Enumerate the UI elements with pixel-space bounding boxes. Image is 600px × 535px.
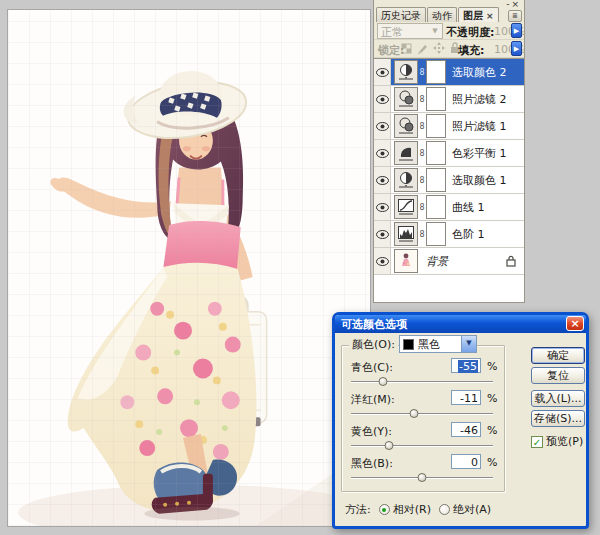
color-balance-icon[interactable] (394, 141, 418, 165)
lock-transparency-icon[interactable] (401, 42, 413, 54)
layer-row-color-balance-1[interactable]: 8 色彩平衡 1 (374, 140, 524, 167)
black-label: 黑色(B): (351, 456, 411, 471)
selective-color-icon[interactable] (394, 168, 418, 192)
layer-name[interactable]: 照片滤镜 1 (452, 119, 507, 134)
magenta-unit: % (487, 392, 497, 405)
checkbox-checked-icon[interactable]: ✓ (531, 436, 543, 448)
method-absolute-radio[interactable]: 绝对(A) (439, 502, 491, 517)
layer-mask-thumbnail[interactable] (426, 87, 446, 111)
visibility-toggle[interactable] (374, 59, 391, 85)
visibility-toggle[interactable] (374, 194, 391, 220)
reset-button[interactable]: 复位 (531, 367, 585, 384)
layer-row-photo-filter-1[interactable]: 8 照片滤镜 1 (374, 113, 524, 140)
layer-list: 8 选取颜色 2 8 照片滤镜 2 (374, 58, 524, 302)
photoshop-workspace: -× 历史记录 动作 图层× ≣ 正常 ▼ 不透明度: 100% ▶ 锁定: (0, 0, 600, 535)
mask-link-icon[interactable]: 8 (418, 95, 426, 104)
save-button[interactable]: 存储(S)... (531, 410, 585, 427)
tab-actions[interactable]: 动作 (427, 7, 457, 22)
magenta-input[interactable]: -11 (451, 390, 481, 405)
selective-color-icon[interactable] (394, 60, 418, 84)
layer-row-curves-1[interactable]: 8 曲线 1 (374, 194, 524, 221)
eye-icon (376, 149, 389, 158)
yellow-input[interactable]: -46 (451, 422, 481, 437)
tab-close-icon[interactable]: × (486, 11, 494, 21)
mask-link-icon[interactable]: 8 (418, 122, 426, 131)
magenta-slider-thumb[interactable] (410, 409, 419, 418)
tab-history[interactable]: 历史记录 (376, 7, 426, 22)
photo-filter-icon[interactable] (394, 87, 418, 111)
layer-name[interactable]: 色阶 1 (452, 227, 485, 242)
color-value: 黑色 (418, 337, 440, 352)
panel-window-buttons: -× (506, 0, 521, 8)
close-icon[interactable]: × (566, 316, 584, 331)
photo-illustration (8, 10, 370, 526)
photo-filter-icon[interactable] (394, 114, 418, 138)
cyan-slider[interactable] (351, 377, 493, 386)
layer-row-selective-color-2[interactable]: 8 选取颜色 2 (374, 59, 524, 86)
yellow-slider[interactable] (351, 441, 493, 450)
eye-icon (376, 203, 389, 212)
tab-layers[interactable]: 图层× (458, 7, 499, 22)
lock-icon (506, 255, 516, 267)
levels-icon[interactable] (394, 222, 418, 246)
load-button[interactable]: 载入(L)... (531, 390, 585, 407)
layer-row-levels-1[interactable]: 8 色阶 1 (374, 221, 524, 248)
mask-link-icon[interactable]: 8 (418, 176, 426, 185)
layer-row-background[interactable]: 背景 (374, 248, 524, 275)
layer-mask-thumbnail[interactable] (426, 141, 446, 165)
mask-link-icon[interactable]: 8 (418, 230, 426, 239)
visibility-toggle[interactable] (374, 248, 391, 274)
preview-checkbox-row[interactable]: ✓ 预览(P) (531, 434, 583, 449)
opacity-flyout-icon[interactable]: ▶ (511, 23, 522, 38)
lock-position-move-icon[interactable] (433, 42, 445, 54)
close-icon[interactable]: × (511, 0, 521, 9)
cyan-slider-thumb[interactable] (378, 377, 387, 386)
layer-mask-thumbnail[interactable] (426, 114, 446, 138)
magenta-slider[interactable] (351, 409, 493, 418)
color-select[interactable]: 黑色 ▼ (399, 335, 477, 353)
background-thumbnail[interactable] (394, 249, 418, 273)
layer-name[interactable]: 色彩平衡 1 (452, 146, 507, 161)
cyan-input[interactable]: -55 (451, 358, 481, 373)
visibility-toggle[interactable] (374, 113, 391, 139)
yellow-slider-thumb[interactable] (385, 441, 394, 450)
black-slider-thumb[interactable] (418, 473, 427, 482)
curves-icon[interactable] (394, 195, 418, 219)
visibility-toggle[interactable] (374, 140, 391, 166)
mask-link-icon[interactable]: 8 (418, 203, 426, 212)
mask-link-icon[interactable]: 8 (418, 149, 426, 158)
black-slider[interactable] (351, 473, 493, 482)
visibility-toggle[interactable] (374, 86, 391, 112)
layer-name[interactable]: 背景 (426, 254, 448, 269)
layer-name[interactable]: 曲线 1 (452, 200, 485, 215)
layer-name[interactable]: 选取颜色 1 (452, 173, 507, 188)
layer-mask-thumbnail[interactable] (426, 195, 446, 219)
layer-row-selective-color-1[interactable]: 8 选取颜色 1 (374, 167, 524, 194)
layer-mask-thumbnail[interactable] (426, 168, 446, 192)
opacity-label: 不透明度: (446, 25, 494, 40)
ok-button[interactable]: 确定 (531, 347, 585, 364)
layer-mask-thumbnail[interactable] (426, 60, 446, 84)
black-unit: % (487, 456, 497, 469)
panel-menu-icon[interactable]: ≣ (508, 10, 522, 22)
panel-tabstrip: 历史记录 动作 图层× (376, 7, 506, 22)
visibility-toggle[interactable] (374, 221, 391, 247)
chevron-down-icon[interactable]: ▼ (461, 336, 476, 352)
blend-mode-select[interactable]: 正常 ▼ (377, 23, 443, 39)
layer-row-photo-filter-2[interactable]: 8 照片滤镜 2 (374, 86, 524, 113)
document-canvas (7, 9, 371, 527)
black-input[interactable]: 0 (451, 454, 481, 469)
fill-flyout-icon[interactable]: ▶ (511, 41, 522, 56)
layer-mask-thumbnail[interactable] (426, 222, 446, 246)
layer-name[interactable]: 照片滤镜 2 (452, 92, 507, 107)
lock-pixels-brush-icon[interactable] (417, 42, 429, 54)
visibility-toggle[interactable] (374, 167, 391, 193)
cyan-label: 青色(C): (351, 360, 411, 375)
color-swatch (403, 339, 414, 350)
color-label: 颜色(O): (349, 337, 398, 352)
layer-name[interactable]: 选取颜色 2 (452, 65, 507, 80)
dialog-titlebar[interactable]: 可选颜色选项 × (335, 315, 586, 333)
method-row: 方法: 相对(R) 绝对(A) (345, 502, 491, 517)
mask-link-icon[interactable]: 8 (418, 68, 426, 77)
method-relative-radio[interactable]: 相对(R) (379, 502, 431, 517)
